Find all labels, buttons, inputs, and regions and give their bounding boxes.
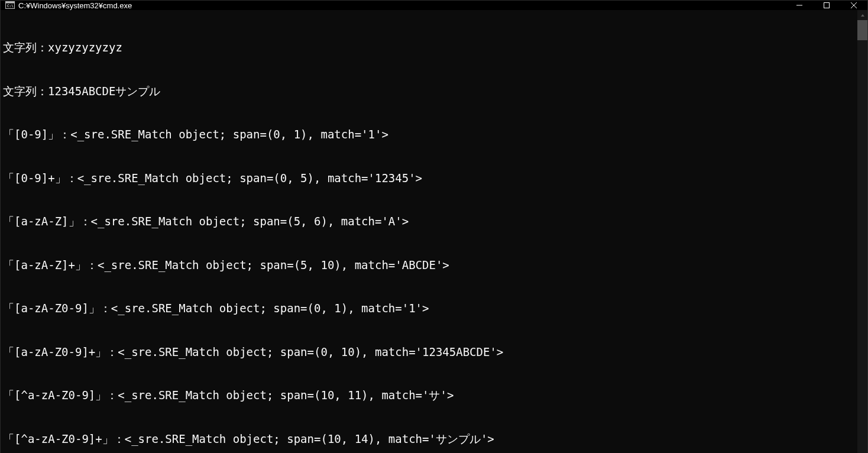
scroll-thumb[interactable] — [857, 20, 867, 40]
minimize-button[interactable] — [786, 1, 813, 10]
terminal-line: 「[a-zA-Z]+」：<_sre.SRE_Match object; span… — [3, 258, 855, 273]
terminal-line: 「[a-zA-Z]」：<_sre.SRE_Match object; span=… — [3, 214, 855, 229]
client-area: 文字列：xyzyzyzyzyz 文字列：12345ABCDEサンプル 「[0-9… — [1, 10, 867, 453]
terminal-line: 「[a-zA-Z0-9]+」：<_sre.SRE_Match object; s… — [3, 345, 855, 360]
window-control-buttons — [786, 1, 867, 10]
cmd-window: C:\ C:¥Windows¥system32¥cmd.exe 文字列：xyzy… — [0, 0, 868, 453]
terminal-line: 「[0-9]+」：<_sre.SRE_Match object; span=(0… — [3, 171, 855, 186]
maximize-button[interactable] — [813, 1, 840, 10]
terminal-line: 「[^a-zA-Z0-9]」：<_sre.SRE_Match object; s… — [3, 388, 855, 403]
terminal-line: 文字列：12345ABCDEサンプル — [3, 84, 855, 99]
svg-marker-7 — [861, 14, 864, 17]
terminal-output[interactable]: 文字列：xyzyzyzyzyz 文字列：12345ABCDEサンプル 「[0-9… — [1, 10, 857, 453]
terminal-line: 「[^a-zA-Z0-9]+」：<_sre.SRE_Match object; … — [3, 432, 855, 446]
titlebar[interactable]: C:\ C:¥Windows¥system32¥cmd.exe — [1, 1, 867, 10]
scroll-up-arrow-icon[interactable] — [857, 10, 867, 20]
terminal-line: 文字列：xyzyzyzyzyz — [3, 40, 855, 55]
svg-rect-4 — [824, 3, 830, 8]
vertical-scrollbar[interactable] — [857, 10, 867, 453]
close-button[interactable] — [840, 1, 867, 10]
svg-text:C:\: C:\ — [7, 4, 14, 8]
cmd-icon: C:\ — [5, 1, 15, 10]
terminal-line: 「[0-9]」：<_sre.SRE_Match object; span=(0,… — [3, 127, 855, 142]
terminal-line: 「[a-zA-Z0-9]」：<_sre.SRE_Match object; sp… — [3, 301, 855, 316]
window-title: C:¥Windows¥system32¥cmd.exe — [18, 1, 132, 10]
